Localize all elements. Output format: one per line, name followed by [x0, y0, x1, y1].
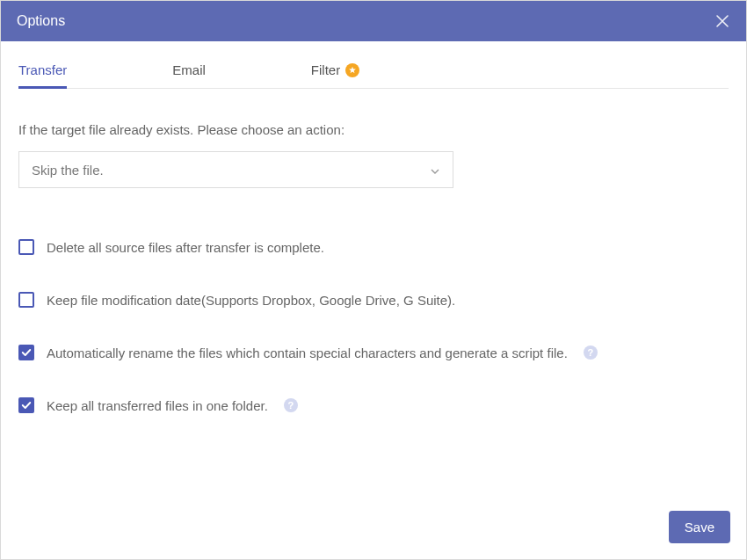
dialog-content: Transfer Email Filter If the target file…: [1, 41, 746, 559]
checkbox-label: Keep file modification date(Supports Dro…: [47, 293, 455, 308]
help-icon[interactable]: ?: [284, 398, 298, 412]
dialog-title: Options: [17, 13, 65, 29]
tab-filter[interactable]: Filter: [311, 54, 359, 88]
checkbox-label: Delete all source files after transfer i…: [47, 240, 324, 255]
checkbox-list: Delete all source files after transfer i…: [18, 239, 729, 413]
checkbox[interactable]: [18, 292, 34, 308]
tab-transfer[interactable]: Transfer: [18, 54, 67, 88]
checkbox-label: Keep all transferred files in one folder…: [47, 398, 268, 413]
dialog-footer: Save: [669, 511, 730, 543]
check-delete-source: Delete all source files after transfer i…: [18, 239, 729, 255]
help-icon[interactable]: ?: [584, 345, 598, 360]
options-dialog: Options Transfer Email Filter If the tar…: [0, 0, 747, 560]
checkbox-label: Automatically rename the files which con…: [47, 345, 568, 360]
tab-label: Email: [172, 62, 206, 77]
tab-label: Filter: [311, 62, 340, 77]
check-auto-rename: Automatically rename the files which con…: [18, 345, 729, 360]
save-button[interactable]: Save: [669, 511, 730, 543]
check-keep-one-folder: Keep all transferred files in one folder…: [18, 397, 729, 413]
form-area: If the target file already exists. Pleas…: [18, 89, 729, 450]
tabs: Transfer Email Filter: [18, 54, 729, 89]
checkbox[interactable]: [18, 345, 34, 360]
tab-label: Transfer: [18, 62, 67, 77]
close-icon[interactable]: [714, 13, 730, 29]
star-badge-icon: [345, 63, 359, 77]
select-value: Skip the file.: [32, 163, 104, 178]
tab-email[interactable]: Email: [172, 54, 206, 88]
chevron-down-icon: [430, 164, 440, 175]
exists-prompt: If the target file already exists. Pleas…: [18, 122, 729, 137]
titlebar: Options: [1, 1, 746, 41]
exists-action-select[interactable]: Skip the file.: [18, 151, 453, 188]
checkbox[interactable]: [18, 239, 34, 255]
check-keep-moddate: Keep file modification date(Supports Dro…: [18, 292, 729, 308]
checkbox[interactable]: [18, 397, 34, 413]
